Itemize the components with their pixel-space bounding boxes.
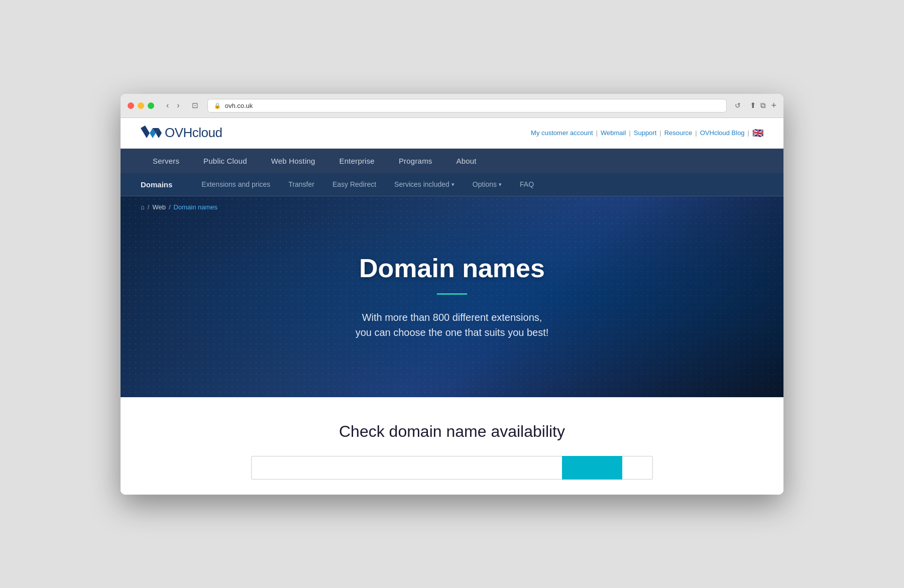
hero-subtitle-line2: you can choose the one that suits you be…	[356, 327, 549, 338]
ovh-logo-icon	[141, 124, 165, 142]
hero-title: Domain names	[356, 253, 549, 283]
forward-button[interactable]: ›	[174, 100, 182, 111]
new-tab-button[interactable]: ⧉	[760, 101, 766, 110]
share-button[interactable]: ⬆	[750, 101, 756, 110]
nav-item-enterprise[interactable]: Enterprise	[327, 149, 387, 173]
support-link[interactable]: Support	[634, 129, 657, 137]
language-flag-icon[interactable]: 🇬🇧	[752, 128, 763, 139]
reload-button[interactable]: ↺	[735, 101, 741, 109]
add-tab-button[interactable]: +	[771, 100, 776, 111]
webmail-link[interactable]: Webmail	[601, 129, 626, 137]
sub-nav-section-label: Domains	[141, 173, 192, 196]
nav-item-web-hosting[interactable]: Web Hosting	[259, 149, 327, 173]
nav-item-programs[interactable]: Programs	[387, 149, 444, 173]
close-button[interactable]	[128, 102, 134, 109]
breadcrumb-separator-2: /	[169, 203, 171, 211]
lock-icon: 🔒	[214, 102, 221, 109]
hero-content: Domain names With more than 800 differen…	[346, 233, 559, 360]
home-icon[interactable]: ⌂	[141, 203, 145, 211]
address-bar[interactable]: 🔒 ovh.co.uk	[207, 99, 727, 112]
hero-divider	[437, 293, 467, 295]
hero-subtitle: With more than 800 different extensions,…	[356, 310, 549, 340]
services-included-dropdown-arrow: ▾	[451, 181, 455, 188]
sub-nav-transfer[interactable]: Transfer	[279, 173, 323, 196]
breadcrumb-separator-1: /	[148, 203, 150, 211]
site-content: OVHcloud My customer account | Webmail |…	[121, 118, 783, 495]
nav-item-about[interactable]: About	[444, 149, 489, 173]
sub-nav-services-included[interactable]: Services included ▾	[385, 173, 464, 196]
back-button[interactable]: ‹	[163, 100, 172, 111]
browser-actions: ⬆ ⧉	[750, 101, 766, 110]
minimize-button[interactable]	[138, 102, 144, 109]
top-bar: OVHcloud My customer account | Webmail |…	[121, 118, 783, 149]
browser-window: ‹ › ⊡ 🔒 ovh.co.uk ↺ ⬆ ⧉ +	[121, 94, 783, 495]
main-navigation: Servers Public Cloud Web Hosting Enterpr…	[121, 149, 783, 173]
resource-link[interactable]: Resource	[664, 129, 693, 137]
hero-section: ⌂ / Web / Domain names Domain names With…	[121, 196, 783, 397]
sub-nav-easy-redirect[interactable]: Easy Redirect	[323, 173, 385, 196]
domain-search-input[interactable]	[251, 456, 562, 480]
top-links: My customer account | Webmail | Support …	[531, 128, 763, 139]
options-dropdown-arrow: ▾	[499, 181, 502, 188]
nav-item-public-cloud[interactable]: Public Cloud	[191, 149, 259, 173]
breadcrumb-current-page: Domain names	[174, 203, 217, 211]
logo[interactable]: OVHcloud	[141, 124, 222, 142]
check-availability-form	[251, 456, 653, 480]
logo-text: OVHcloud	[165, 125, 222, 141]
breadcrumb-web-link[interactable]: Web	[152, 203, 166, 211]
sub-nav-extensions[interactable]: Extensions and prices	[192, 173, 279, 196]
advanced-search-button[interactable]	[622, 456, 653, 480]
sub-navigation: Domains Extensions and prices Transfer E…	[121, 173, 783, 196]
check-availability-section: Check domain name availability	[121, 397, 783, 495]
breadcrumb: ⌂ / Web / Domain names	[141, 203, 217, 211]
svg-marker-0	[141, 126, 150, 138]
traffic-lights	[128, 102, 154, 109]
check-availability-title: Check domain name availability	[141, 422, 763, 441]
maximize-button[interactable]	[148, 102, 154, 109]
hero-subtitle-line1: With more than 800 different extensions,	[362, 312, 542, 323]
blog-link[interactable]: OVHcloud Blog	[700, 129, 745, 137]
nav-buttons: ‹ ›	[163, 100, 183, 111]
browser-titlebar: ‹ › ⊡ 🔒 ovh.co.uk ↺ ⬆ ⧉ +	[121, 94, 783, 118]
nav-item-servers[interactable]: Servers	[141, 149, 191, 173]
url-display: ovh.co.uk	[225, 102, 253, 109]
search-button[interactable]	[562, 456, 622, 480]
sub-nav-faq[interactable]: FAQ	[511, 173, 543, 196]
my-customer-account-link[interactable]: My customer account	[531, 129, 593, 137]
sub-nav-options[interactable]: Options ▾	[464, 173, 511, 196]
tab-view-button[interactable]: ⊡	[188, 99, 202, 112]
